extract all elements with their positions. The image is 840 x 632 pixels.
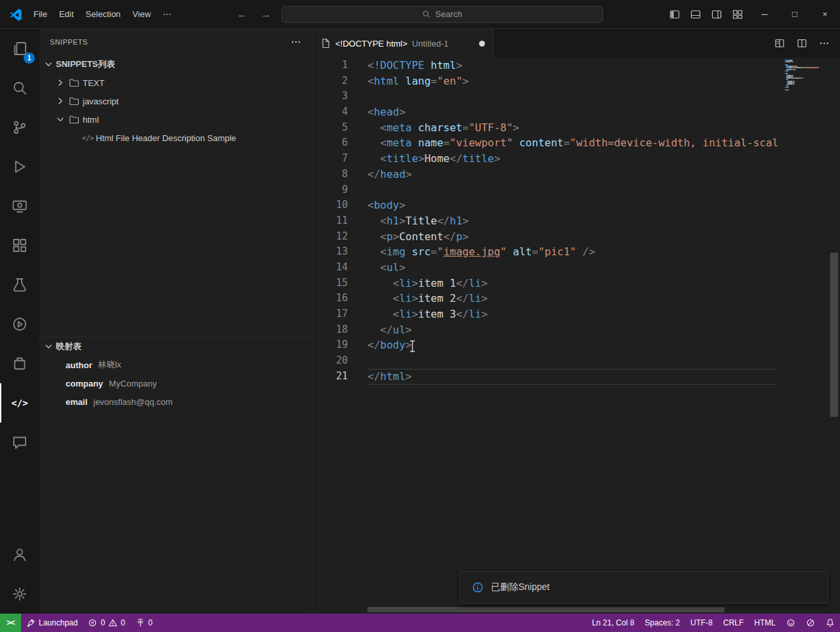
tree-item-label: html	[83, 115, 99, 125]
modified-dot-icon[interactable]	[479, 41, 485, 47]
minimap[interactable]	[785, 60, 828, 91]
split-editor-icon[interactable]	[797, 38, 807, 49]
code-line-8[interactable]: </head>	[368, 167, 788, 182]
launchpad-label: Launchpad	[39, 618, 77, 627]
code-line-12[interactable]: <p>Content</p>	[368, 229, 788, 245]
activity-settings[interactable]	[0, 574, 39, 614]
menu-view[interactable]: View	[127, 7, 157, 22]
indentation-status[interactable]: Spaces: 2	[640, 614, 685, 632]
mouse-ibeam-cursor	[409, 340, 416, 352]
activity-remote-explorer[interactable]	[0, 186, 39, 226]
vertical-scrollbar[interactable]	[830, 253, 838, 417]
notifications-status[interactable]	[820, 614, 840, 632]
chevron-down-icon	[43, 341, 54, 352]
copilot-status[interactable]	[801, 614, 820, 632]
sidebar-more-actions-icon[interactable]	[291, 37, 301, 47]
remote-indicator[interactable]: ><	[0, 614, 21, 632]
feedback-status[interactable]	[781, 614, 801, 632]
tree-item-html-file-header-description-sample[interactable]: </>Html File Header Description Sample	[39, 129, 312, 147]
horizontal-scrollbar[interactable]	[368, 607, 724, 612]
code-line-6[interactable]: <meta name="viewport" content="width=dev…	[368, 135, 788, 151]
code-line-9[interactable]	[368, 182, 788, 198]
ports-status[interactable]: 0	[131, 614, 158, 632]
code-line-3[interactable]	[368, 89, 788, 104]
mapping-pane-header[interactable]: 映射表	[39, 337, 312, 356]
forward-button[interactable]: →	[261, 9, 271, 20]
menu-more[interactable]: ⋯	[157, 7, 177, 22]
problems-status[interactable]: 0 0	[83, 614, 130, 632]
code-line-5[interactable]: <meta charset="UTF-8">	[368, 120, 788, 136]
tree-item-text[interactable]: TEXT	[39, 74, 312, 92]
cursor-position-status[interactable]: Ln 21, Col 8	[587, 614, 640, 632]
chevron-down-icon	[55, 114, 66, 125]
code-line-19[interactable]: </body>	[368, 337, 788, 353]
folder-icon	[69, 77, 79, 88]
maximize-button[interactable]: □	[780, 0, 810, 28]
menu-file[interactable]: File	[28, 7, 53, 22]
customize-layout-icon[interactable]	[732, 9, 743, 20]
activity-extensions[interactable]	[0, 226, 39, 265]
notification-toast[interactable]: 已删除Snippet	[459, 571, 828, 604]
snippets-tree: TEXTjavascripthtml</>Html File Header De…	[39, 74, 312, 147]
mapping-pane: 映射表 author林晓lxcompanyMyCompanyemailjevon…	[39, 337, 312, 614]
vscode-logo-icon	[9, 8, 22, 21]
code-line-14[interactable]: <ul>	[368, 260, 788, 276]
code-line-16[interactable]: <li>item 2</li>	[368, 291, 788, 306]
code-line-7[interactable]: <title>Home</title>	[368, 151, 788, 167]
mapping-row-email[interactable]: emailjevonsflash@qq.com	[39, 392, 312, 411]
mapping-row-author[interactable]: author林晓lx	[39, 356, 312, 374]
comment-icon	[12, 434, 28, 450]
back-button[interactable]: ←	[237, 9, 247, 20]
mapping-row-company[interactable]: companyMyCompany	[39, 374, 312, 392]
eol-status[interactable]: CRLF	[718, 614, 749, 632]
encoding-status[interactable]: UTF-8	[685, 614, 718, 632]
line-number: 13	[312, 244, 348, 260]
code-editor[interactable]: 123456789101112131415161718192021 <!DOCT…	[312, 58, 840, 614]
open-preview-icon[interactable]	[774, 38, 785, 49]
activity-containers[interactable]	[0, 344, 39, 383]
line-number: 1	[312, 58, 348, 74]
code-line-21[interactable]: </html>	[368, 369, 788, 385]
toggle-panel-icon[interactable]	[690, 9, 701, 20]
activity-explorer[interactable]: 1	[0, 29, 39, 68]
code-line-18[interactable]: </ul>	[368, 322, 788, 338]
code-line-1[interactable]: <!DOCTYPE html>	[368, 58, 788, 74]
activity-snippets[interactable]: </>	[0, 383, 39, 423]
command-center-search[interactable]: Search	[282, 6, 603, 23]
menu-edit[interactable]: Edit	[53, 7, 79, 22]
activity-comments[interactable]	[0, 423, 39, 462]
minimize-button[interactable]: ─	[749, 0, 780, 28]
code-line-4[interactable]: <head>	[368, 104, 788, 120]
snippets-list-pane-header[interactable]: SNIPPETS列表	[39, 55, 312, 74]
code-line-11[interactable]: <h1>Title</h1>	[368, 213, 788, 229]
tree-item-html[interactable]: html	[39, 110, 312, 129]
launchpad-status[interactable]: Launchpad	[21, 614, 83, 632]
extensions-icon	[12, 238, 28, 253]
activity-source-control[interactable]	[0, 108, 39, 147]
activity-live-preview[interactable]	[0, 305, 39, 344]
warning-count: 0	[121, 618, 125, 627]
minimap-line	[785, 89, 828, 91]
code-line-2[interactable]: <html lang="en">	[368, 74, 788, 89]
toggle-secondary-sidebar-icon[interactable]	[711, 9, 722, 20]
menu-selection[interactable]: Selection	[79, 7, 126, 22]
close-button[interactable]: ×	[810, 0, 840, 28]
activity-run-debug[interactable]	[0, 147, 39, 186]
info-icon	[472, 581, 484, 593]
activity-testing[interactable]	[0, 265, 39, 305]
line-number: 19	[312, 337, 348, 353]
code-line-20[interactable]	[368, 353, 788, 369]
code-line-13[interactable]: <img src="image.jpg" alt="pic1" />	[368, 244, 788, 260]
language-mode-status[interactable]: HTML	[749, 614, 781, 632]
code-line-17[interactable]: <li>item 3</li>	[368, 306, 788, 322]
activity-search[interactable]	[0, 68, 39, 108]
activity-accounts[interactable]	[0, 535, 39, 574]
line-number: 5	[312, 120, 348, 136]
editor-more-actions-icon[interactable]	[819, 38, 830, 49]
code-line-15[interactable]: <li>item 1</li>	[368, 276, 788, 291]
tree-item-javascript[interactable]: javascript	[39, 92, 312, 110]
tab-untitled-1[interactable]: <!DOCTYPE html> Untitled-1	[312, 29, 494, 58]
snippets-list-pane: SNIPPETS列表 TEXTjavascripthtml</>Html Fil…	[39, 55, 312, 337]
toggle-sidebar-icon[interactable]	[669, 9, 680, 20]
code-line-10[interactable]: <body>	[368, 198, 788, 213]
